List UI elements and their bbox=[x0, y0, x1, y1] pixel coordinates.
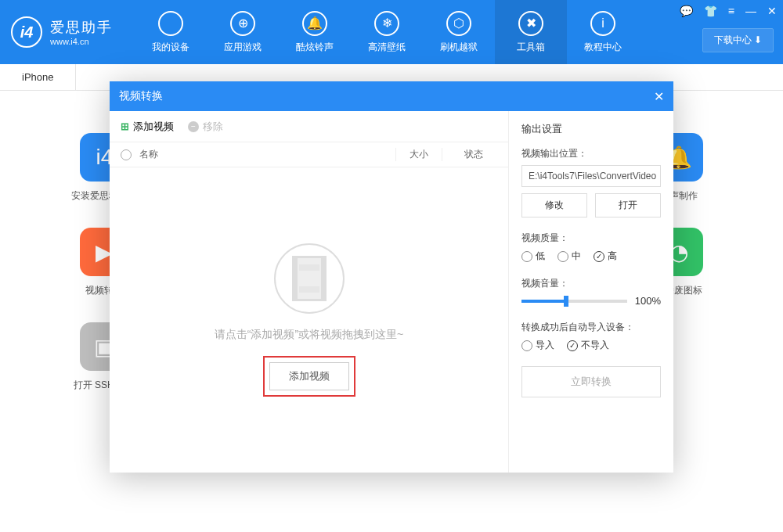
remove-icon: − bbox=[188, 121, 199, 132]
remove-video-button: −移除 bbox=[188, 120, 223, 134]
nav-ringtones[interactable]: 🔔酷炫铃声 bbox=[279, 0, 351, 64]
bell-icon: 🔔 bbox=[302, 11, 327, 36]
quality-mid-radio[interactable]: 中 bbox=[557, 250, 581, 263]
list-header: 名称 大小 状态 bbox=[110, 142, 508, 167]
nav-apps-games[interactable]: ⊕应用游戏 bbox=[207, 0, 279, 64]
menu-icon[interactable]: ≡ bbox=[728, 5, 734, 17]
dialog-close-button[interactable]: ✕ bbox=[654, 89, 664, 104]
nav-my-device[interactable]: 我的设备 bbox=[135, 0, 207, 64]
col-name: 名称 bbox=[139, 148, 388, 161]
info-icon: i bbox=[590, 11, 615, 36]
minimize-button[interactable]: — bbox=[745, 5, 756, 17]
dialog-toolbar: ⊞添加视频 −移除 bbox=[110, 111, 508, 142]
nav-toolbox[interactable]: ✖工具箱 bbox=[495, 0, 567, 64]
open-path-button[interactable]: 打开 bbox=[595, 193, 661, 217]
tools-icon: ✖ bbox=[518, 11, 543, 36]
auto-import-label: 转换成功后自动导入设备： bbox=[521, 321, 661, 334]
output-settings-pane: 输出设置 视频输出位置： E:\i4Tools7\Files\ConvertVi… bbox=[509, 111, 673, 473]
output-path-field[interactable]: E:\i4Tools7\Files\ConvertVideo bbox=[521, 165, 661, 187]
import-yes-radio[interactable]: 导入 bbox=[521, 339, 554, 352]
dialog-header: 视频转换 ✕ bbox=[110, 81, 673, 111]
top-bar: i4 爱思助手 www.i4.cn 我的设备 ⊕应用游戏 🔔酷炫铃声 ❄高清壁纸… bbox=[0, 0, 783, 64]
volume-label: 视频音量： bbox=[521, 277, 661, 290]
nav-wallpapers[interactable]: ❄高清壁纸 bbox=[351, 0, 423, 64]
film-icon bbox=[274, 243, 345, 314]
add-video-highlight: 添加视频 bbox=[263, 356, 355, 397]
drop-hint: 请点击“添加视频”或将视频拖拽到这里~ bbox=[215, 328, 404, 342]
settings-heading: 输出设置 bbox=[521, 122, 661, 136]
modify-path-button[interactable]: 修改 bbox=[521, 193, 587, 217]
quality-low-radio[interactable]: 低 bbox=[521, 250, 545, 263]
drop-zone[interactable]: 请点击“添加视频”或将视频拖拽到这里~ 添加视频 bbox=[110, 167, 508, 473]
app-title: 爱思助手 bbox=[50, 18, 113, 37]
dialog-left-pane: ⊞添加视频 −移除 名称 大小 状态 请点击“添加视频”或将视频拖拽到这里~ 添… bbox=[110, 111, 509, 473]
col-size: 大小 bbox=[395, 148, 442, 161]
main-nav: 我的设备 ⊕应用游戏 🔔酷炫铃声 ❄高清壁纸 ⬡刷机越狱 ✖工具箱 i教程中心 bbox=[135, 0, 639, 64]
app-logo: i4 爱思助手 www.i4.cn bbox=[0, 16, 124, 48]
apple-icon bbox=[158, 11, 183, 36]
window-controls: 💬 👕 ≡ — ✕ bbox=[680, 5, 777, 17]
add-video-center-button[interactable]: 添加视频 bbox=[269, 362, 349, 390]
feedback-icon[interactable]: 💬 bbox=[680, 5, 693, 17]
add-video-button[interactable]: ⊞添加视频 bbox=[121, 120, 174, 134]
quality-high-radio[interactable]: 高 bbox=[594, 250, 617, 263]
output-path-label: 视频输出位置： bbox=[521, 147, 661, 160]
box-icon: ⬡ bbox=[446, 11, 471, 36]
nav-tutorials[interactable]: i教程中心 bbox=[567, 0, 639, 64]
close-button[interactable]: ✕ bbox=[767, 5, 777, 17]
import-no-radio[interactable]: 不导入 bbox=[567, 339, 609, 352]
skin-icon[interactable]: 👕 bbox=[704, 5, 717, 17]
tab-iphone[interactable]: iPhone bbox=[0, 64, 76, 90]
volume-slider[interactable]: 100% bbox=[521, 295, 661, 307]
volume-value: 100% bbox=[635, 295, 661, 307]
plus-icon: ⊞ bbox=[121, 120, 129, 132]
col-state: 状态 bbox=[450, 148, 497, 161]
convert-now-button[interactable]: 立即转换 bbox=[521, 366, 661, 397]
quality-label: 视频质量： bbox=[521, 232, 661, 245]
app-site: www.i4.cn bbox=[50, 37, 113, 46]
flower-icon: ❄ bbox=[374, 11, 399, 36]
video-convert-dialog: 视频转换 ✕ ⊞添加视频 −移除 名称 大小 状态 请点击“添加视频”或将视频拖… bbox=[110, 81, 673, 473]
download-center-button[interactable]: 下载中心 ⬇ bbox=[702, 28, 774, 52]
dialog-title: 视频转换 bbox=[119, 89, 163, 103]
nav-jailbreak[interactable]: ⬡刷机越狱 bbox=[423, 0, 495, 64]
appstore-icon: ⊕ bbox=[230, 11, 255, 36]
select-all-checkbox[interactable] bbox=[121, 149, 132, 160]
logo-icon: i4 bbox=[11, 16, 42, 48]
